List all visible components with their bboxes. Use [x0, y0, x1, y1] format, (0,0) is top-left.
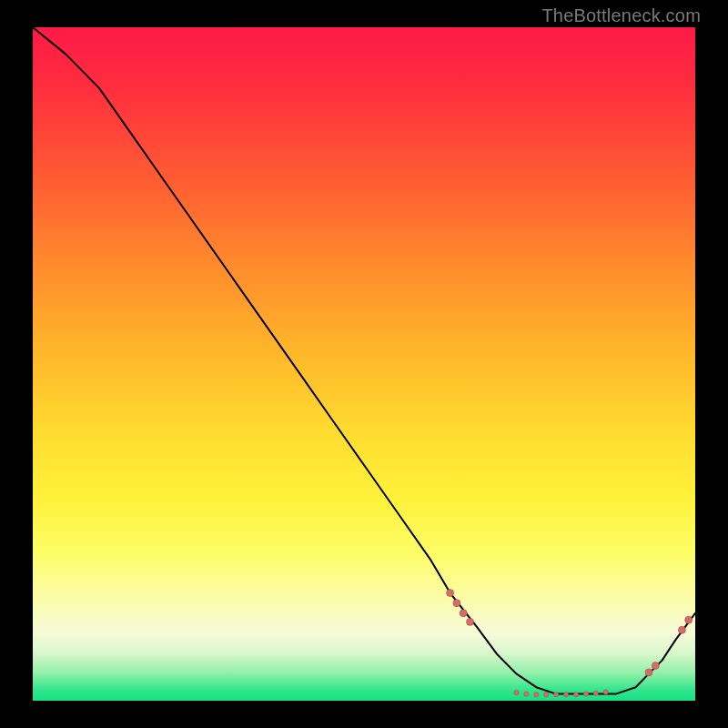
chart-overlay-svg [33, 27, 695, 701]
data-point-marker [467, 618, 474, 625]
watermark-text: TheBottleneck.com [541, 5, 701, 26]
data-point-marker [652, 662, 659, 670]
data-point-marker [678, 626, 685, 633]
data-point-marker [460, 610, 467, 617]
data-point-marker [514, 691, 519, 695]
plot-area [33, 27, 695, 701]
data-point-marker [685, 616, 693, 623]
data-point-marker [593, 691, 598, 695]
data-point-marker [554, 693, 559, 697]
data-point-marker [524, 692, 529, 696]
data-point-marker [583, 692, 588, 696]
chart-stage: TheBottleneck.com [0, 0, 728, 728]
data-point-marker [453, 600, 460, 607]
data-point-marker [563, 693, 568, 697]
data-point-marker [544, 693, 549, 697]
data-point-marker [447, 590, 454, 597]
data-point-marker [534, 693, 539, 697]
data-point-marker [573, 693, 578, 697]
scatter-markers [447, 590, 693, 697]
data-point-marker [645, 669, 652, 676]
data-point-marker [603, 690, 608, 694]
bottleneck-curve [33, 27, 695, 694]
